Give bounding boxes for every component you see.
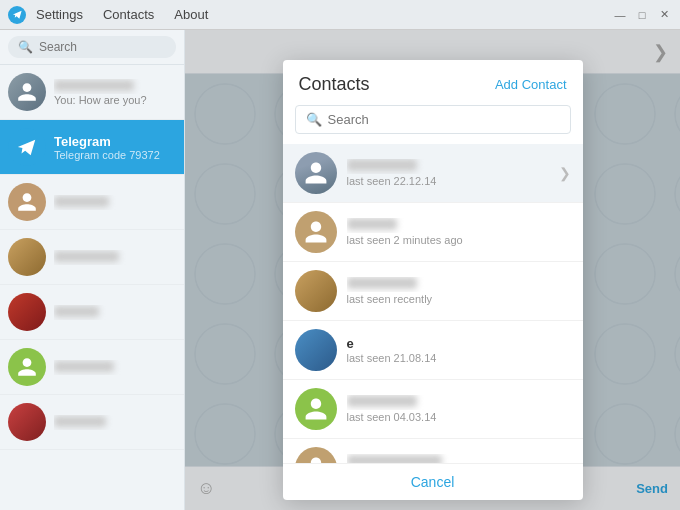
chat-name-4	[54, 250, 176, 265]
chat-info-5	[54, 305, 176, 320]
contact-avatar-3	[295, 270, 337, 312]
person-avatar-icon-6	[303, 455, 329, 463]
chat-name-3	[54, 195, 176, 210]
contact-avatar-2	[295, 211, 337, 253]
close-button[interactable]: ✕	[656, 7, 672, 23]
cancel-button[interactable]: Cancel	[411, 474, 455, 490]
contact-avatar-4	[295, 329, 337, 371]
chat-info-4	[54, 250, 176, 265]
chat-info-jak: You: How are you?	[54, 79, 176, 106]
chat-list: You: How are you? Telegram Telegram code…	[0, 65, 184, 510]
maximize-button[interactable]: □	[634, 7, 650, 23]
menu-about[interactable]: About	[170, 5, 212, 24]
contact-item-4[interactable]: e last seen 21.08.14	[283, 321, 583, 380]
window-controls: — □ ✕	[612, 7, 672, 23]
modal-overlay: Contacts Add Contact 🔍	[185, 30, 680, 510]
chat-name-7	[54, 415, 176, 430]
chat-item-jak[interactable]: You: How are you?	[0, 65, 184, 120]
menu-bar: Settings Contacts About	[32, 5, 612, 24]
title-bar: Settings Contacts About — □ ✕	[0, 0, 680, 30]
chat-name-6	[54, 360, 176, 375]
contact-name-5	[347, 395, 571, 410]
contact-item-5[interactable]: last seen 04.03.14	[283, 380, 583, 439]
contact-avatar-5	[295, 388, 337, 430]
person-avatar-icon-2	[303, 219, 329, 245]
app-logo	[8, 6, 26, 24]
avatar-5	[8, 293, 46, 331]
main-area: 🔍 You: How are you?	[0, 30, 680, 510]
sidebar-search-input[interactable]	[39, 40, 166, 54]
chat-info-3	[54, 195, 176, 210]
person-avatar-icon-1	[303, 160, 329, 186]
contact-info-5: last seen 04.03.14	[347, 395, 571, 423]
sidebar: 🔍 You: How are you?	[0, 30, 185, 510]
contact-item-2[interactable]: last seen 2 minutes ago	[283, 203, 583, 262]
chat-item-4[interactable]	[0, 230, 184, 285]
modal-title: Contacts	[299, 74, 370, 95]
avatar-4	[8, 238, 46, 276]
avatar-3	[8, 183, 46, 221]
chat-name-jak	[54, 79, 176, 94]
contact-info-6: last seen 30.01.15	[347, 454, 571, 463]
modal-footer: Cancel	[283, 463, 583, 500]
chat-preview-jak: You: How are you?	[54, 94, 176, 106]
chat-preview-telegram: Telegram code 79372	[54, 149, 176, 161]
chat-info-6	[54, 360, 176, 375]
telegram-icon	[16, 136, 38, 158]
contact-name-4: e	[347, 336, 571, 351]
avatar-6	[8, 348, 46, 386]
contact-name-6	[347, 454, 571, 463]
modal-search: 🔍	[283, 105, 583, 144]
contact-item-6[interactable]: last seen 30.01.15	[283, 439, 583, 463]
avatar-telegram	[8, 128, 46, 166]
chat-area: ❯ ☺ Send Contacts Add Contact	[185, 30, 680, 510]
add-contact-button[interactable]: Add Contact	[495, 77, 567, 92]
chat-item-telegram[interactable]: Telegram Telegram code 79372	[0, 120, 184, 175]
chat-name-5	[54, 305, 176, 320]
chat-info-7	[54, 415, 176, 430]
contact-name-2	[347, 218, 571, 233]
contact-status-5: last seen 04.03.14	[347, 411, 571, 423]
contact-status-3: last seen recently	[347, 293, 571, 305]
avatar-7	[8, 403, 46, 441]
person-avatar-icon-5	[303, 396, 329, 422]
chat-item-5[interactable]	[0, 285, 184, 340]
modal-search-icon: 🔍	[306, 112, 322, 127]
contact-item-3[interactable]: last seen recently	[283, 262, 583, 321]
avatar-jak	[8, 73, 46, 111]
modal-search-inner[interactable]: 🔍	[295, 105, 571, 134]
contact-info-4: e last seen 21.08.14	[347, 336, 571, 364]
contact-name-1	[347, 159, 549, 174]
contact-status-1: last seen 22.12.14	[347, 175, 549, 187]
contact-item-1[interactable]: last seen 22.12.14 ❯	[283, 144, 583, 203]
telegram-logo-icon	[12, 9, 23, 20]
menu-contacts[interactable]: Contacts	[99, 5, 158, 24]
contact-info-2: last seen 2 minutes ago	[347, 218, 571, 246]
app-window: Settings Contacts About — □ ✕ 🔍	[0, 0, 680, 510]
contact-info-1: last seen 22.12.14	[347, 159, 549, 187]
contact-status-4: last seen 21.08.14	[347, 352, 571, 364]
chat-item-3[interactable]	[0, 175, 184, 230]
modal-search-input[interactable]	[328, 112, 560, 127]
contact-avatar-6	[295, 447, 337, 463]
minimize-button[interactable]: —	[612, 7, 628, 23]
contact-info-3: last seen recently	[347, 277, 571, 305]
chat-name-telegram: Telegram	[54, 134, 176, 149]
sidebar-search-bar: 🔍	[0, 30, 184, 65]
search-icon: 🔍	[18, 40, 33, 54]
chat-info-telegram: Telegram Telegram code 79372	[54, 134, 176, 161]
menu-settings[interactable]: Settings	[32, 5, 87, 24]
contact-name-3	[347, 277, 571, 292]
contact-status-2: last seen 2 minutes ago	[347, 234, 571, 246]
contacts-modal: Contacts Add Contact 🔍	[283, 60, 583, 500]
contact-list: last seen 22.12.14 ❯	[283, 144, 583, 463]
chat-item-6[interactable]	[0, 340, 184, 395]
contact-avatar-1	[295, 152, 337, 194]
person-icon-3	[16, 191, 38, 213]
person-icon-6	[16, 356, 38, 378]
chat-item-7[interactable]	[0, 395, 184, 450]
modal-header: Contacts Add Contact	[283, 60, 583, 105]
sidebar-search-inner[interactable]: 🔍	[8, 36, 176, 58]
person-icon	[16, 81, 38, 103]
contact-arrow-1: ❯	[559, 165, 571, 181]
